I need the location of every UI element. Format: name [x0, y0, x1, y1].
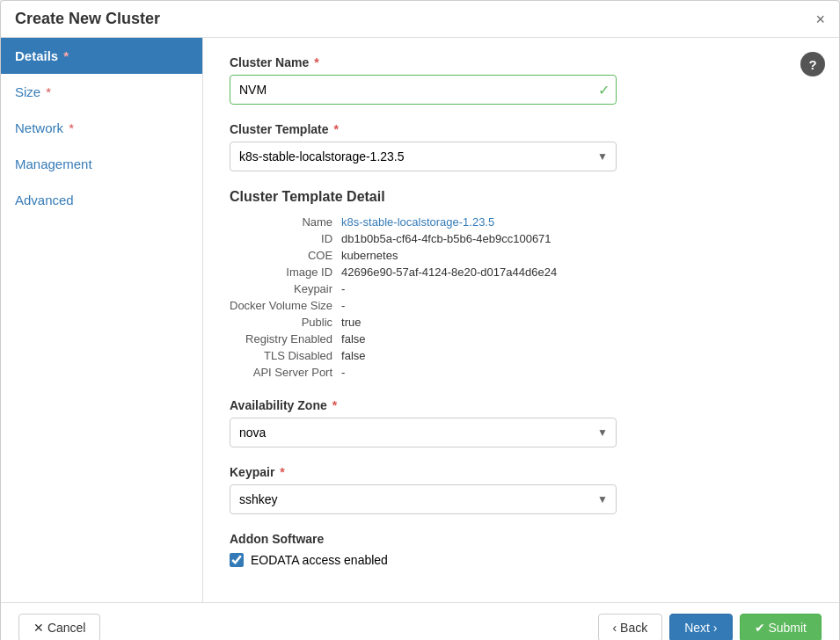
cluster-name-group: Cluster Name * ✓: [230, 55, 813, 105]
modal-footer: ✕ Cancel ‹ Back Next › ✔ Submit: [1, 602, 839, 640]
help-icon-container: ?: [800, 52, 825, 76]
back-button[interactable]: ‹ Back: [598, 614, 663, 640]
detail-public-value: true: [341, 314, 564, 331]
detail-id-label: ID: [230, 230, 341, 247]
detail-name-value[interactable]: k8s-stable-localstorage-1.23.5: [341, 215, 494, 229]
detail-image-id-label: Image ID: [230, 264, 341, 280]
detail-keypair-value: -: [341, 280, 564, 297]
cluster-template-required: *: [333, 122, 338, 136]
detail-tls-value: false: [341, 347, 564, 364]
availability-zone-select[interactable]: nova: [230, 418, 617, 447]
detail-row-public: Public true: [230, 314, 564, 331]
availability-zone-group: Availability Zone * nova ▼: [230, 398, 813, 447]
modal-body: Details * Size * Network * Management Ad…: [1, 38, 839, 602]
detail-registry-value: false: [341, 331, 564, 347]
detail-docker-label: Docker Volume Size: [230, 297, 341, 314]
detail-row-keypair: Keypair -: [230, 280, 564, 297]
detail-row-id: ID db1b0b5a-cf64-4fcb-b5b6-4eb9cc100671: [230, 230, 564, 247]
addon-section: Addon Software EODATA access enabled: [230, 532, 813, 567]
detail-api-port-label: API Server Port: [230, 364, 341, 381]
detail-docker-value: -: [341, 297, 564, 314]
cluster-template-group: Cluster Template * k8s-stable-localstora…: [230, 122, 813, 171]
availability-zone-label: Availability Zone *: [230, 398, 813, 412]
details-required-star: *: [63, 48, 69, 63]
detail-public-label: Public: [230, 314, 341, 331]
detail-table: Name k8s-stable-localstorage-1.23.5 ID d…: [230, 214, 564, 381]
detail-row-coe: COE kubernetes: [230, 247, 564, 264]
detail-id-value: db1b0b5a-cf64-4fcb-b5b6-4eb9cc100671: [341, 230, 564, 247]
valid-checkmark-icon: ✓: [598, 82, 610, 98]
cluster-name-required: *: [314, 55, 318, 69]
detail-section-title: Cluster Template Detail: [230, 189, 813, 205]
close-icon[interactable]: ×: [815, 11, 825, 27]
detail-coe-value: kubernetes: [341, 247, 564, 264]
sidebar-item-advanced[interactable]: Advanced: [1, 182, 202, 218]
cluster-name-label: Cluster Name *: [230, 55, 813, 69]
cluster-template-detail: Cluster Template Detail Name k8s-stable-…: [230, 189, 813, 381]
footer-right-buttons: ‹ Back Next › ✔ Submit: [598, 614, 822, 640]
help-icon[interactable]: ?: [800, 52, 825, 76]
availability-zone-required: *: [332, 398, 337, 412]
detail-row-registry: Registry Enabled false: [230, 331, 564, 347]
keypair-select[interactable]: sshkey: [230, 484, 617, 514]
sidebar-item-network[interactable]: Network *: [1, 110, 202, 146]
detail-coe-label: COE: [230, 247, 341, 264]
cluster-template-label: Cluster Template *: [230, 122, 813, 136]
detail-row-tls: TLS Disabled false: [230, 347, 564, 364]
sidebar-item-management[interactable]: Management: [1, 146, 202, 182]
modal-header: Create New Cluster ×: [1, 1, 839, 38]
detail-row-docker: Docker Volume Size -: [230, 297, 564, 314]
network-required-star: *: [69, 120, 74, 135]
keypair-required: *: [280, 465, 284, 479]
create-cluster-modal: Create New Cluster × Details * Size * Ne…: [0, 0, 840, 640]
availability-zone-select-wrapper: nova ▼: [230, 418, 617, 447]
detail-registry-label: Registry Enabled: [230, 331, 341, 347]
keypair-label: Keypair *: [230, 465, 813, 479]
content-area: ? Cluster Name * ✓ Cluster Template *: [203, 38, 839, 602]
modal-title: Create New Cluster: [15, 10, 160, 28]
detail-row-name: Name k8s-stable-localstorage-1.23.5: [230, 214, 564, 230]
eodata-checkbox-row: EODATA access enabled: [230, 553, 813, 567]
sidebar-item-size[interactable]: Size *: [1, 74, 202, 110]
eodata-checkbox[interactable]: [230, 553, 244, 567]
keypair-group: Keypair * sshkey ▼: [230, 465, 813, 514]
detail-keypair-label: Keypair: [230, 280, 341, 297]
addon-label: Addon Software: [230, 532, 813, 546]
cluster-name-input[interactable]: [230, 75, 617, 105]
cluster-name-input-wrapper: ✓: [230, 75, 617, 105]
submit-button[interactable]: ✔ Submit: [740, 614, 822, 640]
cluster-template-select[interactable]: k8s-stable-localstorage-1.23.5: [230, 142, 617, 171]
detail-tls-label: TLS Disabled: [230, 347, 341, 364]
detail-image-id-value: 42696e90-57af-4124-8e20-d017a44d6e24: [341, 264, 564, 280]
next-button[interactable]: Next ›: [669, 614, 732, 640]
detail-row-api-port: API Server Port -: [230, 364, 564, 381]
detail-api-port-value: -: [341, 364, 564, 381]
sidebar: Details * Size * Network * Management Ad…: [1, 38, 203, 602]
keypair-select-wrapper: sshkey ▼: [230, 484, 617, 514]
cancel-button[interactable]: ✕ Cancel: [18, 614, 100, 640]
sidebar-item-details[interactable]: Details *: [1, 38, 202, 74]
size-required-star: *: [46, 84, 51, 99]
eodata-label[interactable]: EODATA access enabled: [251, 553, 388, 567]
detail-row-image-id: Image ID 42696e90-57af-4124-8e20-d017a44…: [230, 264, 564, 280]
detail-name-label: Name: [230, 214, 341, 230]
cluster-template-select-wrapper: k8s-stable-localstorage-1.23.5 ▼: [230, 142, 617, 171]
